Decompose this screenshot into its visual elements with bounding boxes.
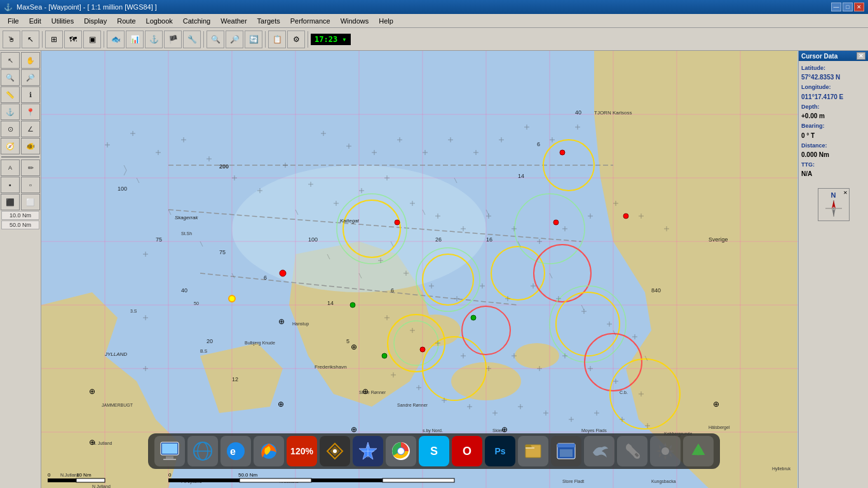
taskbar-opera-icon[interactable]: O (452, 436, 482, 466)
close-button[interactable]: ✕ (854, 3, 864, 11)
lp-fish-btn[interactable]: 🐠 (21, 138, 40, 154)
svg-text:75: 75 (219, 249, 226, 255)
svg-rect-270 (76, 478, 105, 482)
compass-rose (824, 199, 843, 218)
lp-layer1-btn[interactable]: ⬛ (1, 194, 20, 210)
svg-text:Store Fladt: Store Fladt (562, 479, 584, 484)
menu-route[interactable]: Route (112, 16, 140, 26)
lp-waypoint-btn[interactable]: ⚓ (1, 104, 20, 120)
menu-performance[interactable]: Performance (285, 16, 336, 26)
toolbar-chart-btn[interactable]: 📊 (126, 30, 144, 48)
toolbar-layer-btn[interactable]: 📋 (268, 30, 286, 48)
cursor-data-content: Latitude: 57°42.8353 N Longitude: 011°17… (799, 61, 868, 182)
svg-text:N Jylland: N Jylland (92, 484, 111, 488)
taskbar-chrome-icon[interactable] (386, 436, 416, 466)
cursor-panel-header: Cursor Data ✕ (799, 51, 868, 61)
maximize-button[interactable]: □ (843, 3, 853, 11)
toolbar-window-btn[interactable]: ▣ (83, 30, 101, 48)
toolbar-grid-btn[interactable]: ⊞ (45, 30, 63, 48)
toolbar-zoom-in-btn[interactable]: 🔍 (207, 30, 224, 48)
taskbar-files-icon[interactable] (518, 436, 548, 466)
map-svg: 100 75 40 20 12 75 6 100 14 5 6 26 16 14… (41, 51, 798, 488)
svg-point-4 (515, 343, 559, 369)
svg-point-248 (420, 347, 425, 352)
north-panel-close[interactable]: ✕ (843, 190, 848, 196)
svg-text:TJORN Karlsoss: TJORN Karlsoss (594, 110, 632, 116)
menu-utilities[interactable]: Utilities (46, 16, 79, 26)
lp-text-btn[interactable]: A (1, 159, 20, 176)
svg-rect-274 (168, 478, 240, 482)
menu-edit[interactable]: Edit (24, 16, 46, 26)
left-panel: ↖ ✋ 🔍 🔎 📏 ℹ ⚓ 📍 ⊙ ∠ 🧭 🐠 A ✏ ▪ (0, 51, 41, 488)
ttg-value: N/A (801, 169, 865, 179)
svg-text:40: 40 (181, 287, 187, 294)
menu-targets[interactable]: Targets (252, 16, 285, 26)
taskbar-firefox-icon[interactable] (254, 436, 284, 466)
svg-text:Frederikshavn: Frederikshavn (315, 364, 347, 370)
taskbar-diamond-icon[interactable] (320, 436, 350, 466)
taskbar-bird-icon[interactable] (584, 436, 614, 466)
toolbar-flag-btn[interactable]: 🏴 (164, 30, 182, 48)
lp-circle-btn[interactable]: ⊙ (1, 121, 20, 137)
toolbar-sep3 (203, 31, 204, 48)
taskbar-computer-icon[interactable] (154, 436, 185, 466)
menu-display[interactable]: Display (79, 16, 112, 26)
titlebar-controls: — □ ✕ (831, 3, 864, 11)
toolbar-tools-btn[interactable]: 🔧 (183, 30, 201, 48)
svg-text:20: 20 (207, 338, 213, 344)
toolbar-cursor-btn[interactable]: 🖱 (3, 30, 20, 48)
lp-pointer-btn[interactable]: ↖ (1, 52, 20, 69)
menu-help[interactable]: Help (374, 16, 398, 26)
lp-compass-btn[interactable]: 🧭 (1, 138, 20, 154)
cursor-panel-title: Cursor Data (801, 53, 837, 60)
toolbar-time[interactable]: 17:23 ▾ (311, 34, 351, 45)
menu-logbook[interactable]: Logbook (141, 16, 178, 26)
chart-area[interactable]: 100 75 40 20 12 75 6 100 14 5 6 26 16 14… (41, 51, 798, 488)
svg-point-2 (410, 315, 461, 346)
lp-outline-btn[interactable]: ▫ (21, 177, 40, 193)
taskbar-ie-icon[interactable]: e (220, 436, 251, 466)
svg-text:10 Nm: 10 Nm (76, 472, 92, 478)
taskbar-network-icon[interactable] (187, 436, 218, 466)
toolbar-map-btn[interactable]: 🗺 (64, 30, 82, 48)
svg-text:C.b.: C.b. (620, 390, 628, 395)
menu-weather[interactable]: Weather (215, 16, 252, 26)
taskbar-recycle-icon[interactable] (683, 436, 714, 466)
toolbar-fish-btn[interactable]: 🐟 (107, 30, 125, 48)
menu-catching[interactable]: Catching (178, 16, 215, 26)
toolbar-settings-btn[interactable]: ⚙ (287, 30, 305, 48)
toolbar-rotate-btn[interactable]: 🔄 (245, 30, 262, 48)
menu-windows[interactable]: Windows (336, 16, 374, 26)
lp-info-btn[interactable]: ℹ (21, 86, 40, 103)
svg-text:Sverige: Sverige (709, 236, 728, 243)
taskbar-magnifier-icon[interactable]: 120% (287, 436, 317, 466)
lp-zoom-out-btn[interactable]: 🔎 (21, 69, 40, 86)
lp-zoom-in-btn[interactable]: 🔍 (1, 69, 20, 86)
svg-text:100: 100 (118, 186, 127, 192)
toolbar-select-btn[interactable]: ↖ (22, 30, 39, 48)
taskbar-ps-icon[interactable]: Ps (485, 436, 515, 466)
taskbar-window-icon[interactable] (551, 436, 581, 466)
minimize-button[interactable]: — (831, 3, 841, 11)
lp-layer2-btn[interactable]: ⬜ (21, 194, 40, 210)
toolbar-anchor-btn[interactable]: ⚓ (145, 30, 163, 48)
svg-text:Hanstup: Hanstup (292, 322, 309, 327)
lp-route-btn[interactable]: 📍 (21, 104, 40, 120)
lp-fill-btn[interactable]: ▪ (1, 177, 20, 193)
lp-measure-btn[interactable]: 📏 (1, 86, 20, 103)
taskbar-star-icon[interactable] (353, 436, 383, 466)
svg-text:⊕: ⊕ (278, 400, 284, 409)
cursor-panel-close[interactable]: ✕ (857, 52, 865, 60)
taskbar-gear-icon[interactable] (650, 436, 681, 466)
taskbar-skype-icon[interactable]: S (419, 436, 449, 466)
svg-text:JAMMERBUGT: JAMMERBUGT (102, 403, 133, 407)
toolbar-zoom-out-btn[interactable]: 🔎 (226, 30, 243, 48)
north-indicator: N ✕ (818, 188, 850, 221)
lp-row7: A ✏ (1, 159, 40, 176)
lp-pan-btn[interactable]: ✋ (21, 52, 40, 69)
lp-draw-btn[interactable]: ✏ (21, 159, 40, 176)
lp-angle-btn[interactable]: ∠ (21, 121, 40, 137)
menu-file[interactable]: File (3, 16, 24, 26)
taskbar-wrench-icon[interactable] (617, 436, 648, 466)
svg-text:e: e (230, 446, 236, 457)
